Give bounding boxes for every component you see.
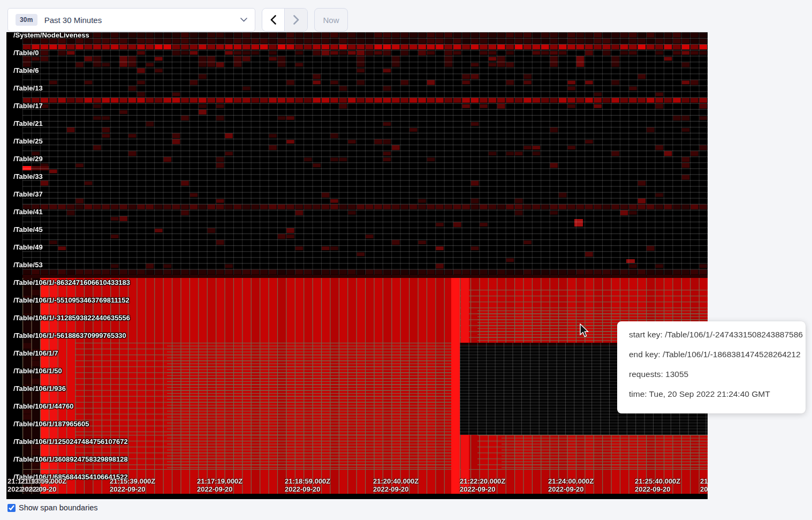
now-button[interactable]: Now — [314, 8, 348, 32]
row-label: /Table/45 — [13, 225, 43, 234]
row-label: /Table/53 — [13, 261, 43, 269]
row-label: /Table/49 — [13, 243, 43, 252]
row-label: /Table/106/1/6856844354106641522 — [13, 473, 128, 481]
row-label: /Table/13 — [13, 84, 43, 93]
row-label: /Table/29 — [13, 155, 43, 163]
row-label: /Table/106/1/7 — [13, 349, 58, 358]
key-visualizer-page: 30m Past 30 Minutes Now /System/NodeLive… — [0, 0, 812, 520]
row-label: /Table/106/1/-561886370999765330 — [13, 331, 126, 340]
tooltip-end-key: end key: /Table/106/1/-18683814745282642… — [629, 349, 795, 360]
chevron-down-icon — [240, 18, 247, 22]
show-span-boundaries-checkbox[interactable] — [7, 504, 16, 512]
time-toolbar: 30m Past 30 Minutes Now — [7, 8, 348, 32]
row-label: /Table/6 — [13, 66, 39, 75]
tooltip-time: time: Tue, 20 Sep 2022 21:24:40 GMT — [629, 388, 795, 400]
tooltip-start-key: start key: /Table/106/1/-247433150824388… — [629, 329, 795, 340]
row-label: /Table/0 — [13, 49, 39, 57]
row-label: /Table/106/1/936 — [13, 385, 66, 393]
duration-badge: 30m — [16, 14, 37, 26]
row-label: /Table/106/1/50 — [13, 367, 62, 375]
hover-tooltip: start key: /Table/106/1/-247433150824388… — [617, 321, 806, 413]
row-label: /Table/17 — [13, 102, 43, 110]
mouse-cursor-icon — [579, 323, 590, 338]
row-label: /Table/106/1/1250247484756107672 — [13, 438, 128, 446]
row-label: /Table/106/1/-8632471606610433183 — [13, 278, 130, 287]
show-span-boundaries-toggle: Show span boundaries — [7, 503, 98, 512]
row-label: /System/NodeLiveness — [13, 31, 89, 40]
show-span-boundaries-label: Show span boundaries — [19, 503, 98, 512]
next-time-button[interactable] — [285, 9, 307, 31]
time-nav-group — [262, 8, 308, 32]
row-label: /Table/106/1/-5510953463769811152 — [13, 296, 130, 305]
row-label: /Table/33 — [13, 172, 43, 181]
row-label: /Table/41 — [13, 208, 43, 216]
row-label: /Table/106/1/-3128593822440635556 — [13, 314, 130, 322]
chevron-right-icon — [293, 15, 299, 25]
row-label: /Table/21 — [13, 119, 43, 128]
prev-time-button[interactable] — [262, 9, 285, 31]
row-label: /Table/25 — [13, 137, 43, 146]
time-range-value: Past 30 Minutes — [44, 16, 102, 25]
heatmap-canvas[interactable] — [6, 32, 708, 499]
row-label: /Table/106/1/3608924758329898128 — [13, 455, 128, 464]
row-label: /Table/37 — [13, 190, 43, 199]
key-visualizer: /System/NodeLiveness/Table/0/Table/6/Tab… — [6, 32, 708, 499]
row-label: /Table/106/1/44760 — [13, 402, 74, 411]
tooltip-requests: requests: 13055 — [629, 368, 795, 380]
chevron-left-icon — [270, 15, 276, 25]
time-range-dropdown[interactable]: 30m Past 30 Minutes — [7, 8, 255, 32]
row-label: /Table/106/1/187965605 — [13, 420, 89, 428]
